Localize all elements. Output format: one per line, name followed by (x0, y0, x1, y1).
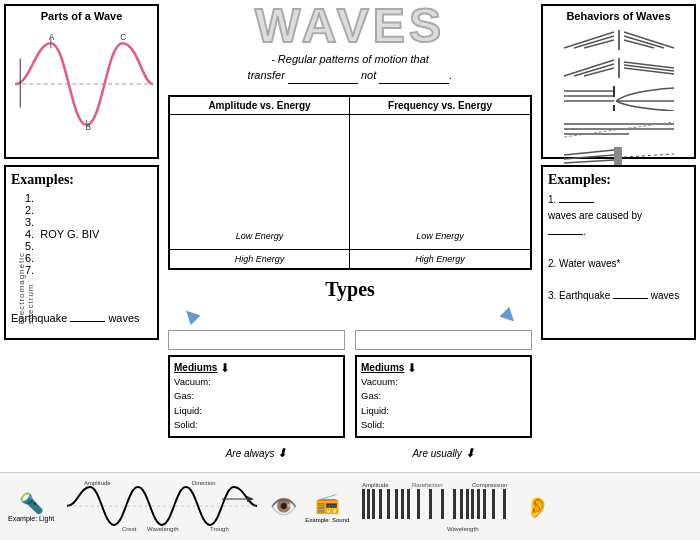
reflection-diagram (559, 30, 679, 50)
eye-icon: 👁️ (270, 494, 297, 520)
flashlight-icon: 🔦 (19, 491, 44, 515)
svg-rect-59 (477, 489, 480, 519)
transfer-label: transfer (248, 69, 285, 81)
list-item: 1. (25, 192, 152, 204)
list-item: Vacuum: (174, 375, 339, 389)
svg-rect-47 (379, 489, 382, 519)
svg-rect-51 (407, 489, 410, 519)
right-example-1: 1. waves are caused by . (548, 192, 689, 240)
left-medium-box: Mediums ⬇ Vacuum: Gas: Liquid: Solid: (168, 355, 345, 438)
list-item: Liquid: (174, 404, 339, 418)
not-label: not (361, 69, 376, 81)
svg-line-16 (564, 60, 614, 76)
list-item: Liquid: (361, 404, 526, 418)
left-examples-list: 1. 2. 3. 4. ROY G. BIV 5. 6. 7. (25, 192, 152, 276)
list-item: Solid: (174, 418, 339, 432)
right-medium-title: Mediums (361, 362, 404, 373)
subtitle: - Regular patterns of motion that transf… (170, 52, 530, 84)
list-item: Solid: (361, 418, 526, 432)
bottom-strip: 🔦 Example: Light Amplitude Crest Directi… (0, 472, 700, 540)
interference-diagram (559, 119, 679, 139)
right-examples-content: 1. waves are caused by . 2. Water waves*… (548, 192, 689, 304)
svg-rect-46 (372, 489, 375, 519)
left-examples-box: Examples: Electromagnetic spectrum 1. 2.… (4, 165, 159, 340)
frequency-low-cell: Low Energy (350, 115, 530, 249)
svg-line-33 (564, 160, 614, 163)
svg-text:C: C (120, 33, 126, 42)
em-spectrum-label: Electromagnetic spectrum (17, 252, 35, 324)
amplitude-low-label: Low Energy (170, 231, 349, 241)
wave-diagram: A C B (10, 24, 153, 134)
types-section: Types ▶ ▶ Mediums ⬇ Vacuum: Gas: Liquid: (168, 278, 532, 460)
list-item: Gas: (361, 389, 526, 403)
svg-rect-58 (471, 489, 474, 519)
light-example: 🔦 Example: Light (8, 491, 54, 522)
svg-rect-44 (362, 489, 365, 519)
svg-line-32 (564, 155, 614, 159)
left-medium-content: Vacuum: Gas: Liquid: Solid: (174, 375, 339, 432)
subtitle-text: - Regular patterns of motion that (271, 53, 429, 65)
list-item: 4. ROY G. BIV (25, 228, 152, 240)
svg-line-35 (624, 154, 674, 157)
types-title: Types (168, 278, 532, 301)
svg-rect-52 (417, 489, 420, 519)
energy-comparison-grid: Amplitude vs. Energy Frequency vs. Energ… (168, 95, 532, 270)
right-examples-title: Examples: (548, 172, 689, 188)
list-item: Gas: (174, 389, 339, 403)
svg-rect-49 (395, 489, 398, 519)
svg-rect-61 (492, 489, 495, 519)
longitudinal-wave-svg: Amplitude Rarefaction Wavelength Compres… (357, 479, 517, 534)
ear-icon: 👂 (525, 495, 550, 519)
blank-waves (559, 202, 594, 203)
left-arrow-icon: ▶ (177, 303, 202, 328)
right-medium-box: Mediums ⬇ Vacuum: Gas: Liquid: Solid: (355, 355, 532, 438)
list-item: 7. (25, 264, 152, 276)
behaviors-title: Behaviors of Waves (547, 10, 690, 22)
svg-text:Amplitude: Amplitude (362, 482, 389, 488)
radio-icon: 📻 (315, 491, 340, 515)
amplitude-low-cell: Low Energy (170, 115, 350, 249)
left-medium-title: Mediums (174, 362, 217, 373)
footer-labels: Are always ⬇ Are usually ⬇ (168, 442, 532, 460)
diffraction-diagram (559, 86, 679, 111)
svg-line-19 (624, 62, 674, 68)
transverse-wave-svg: Amplitude Crest Direction Wavelength Tro… (62, 479, 262, 534)
list-item: 5. (25, 240, 152, 252)
right-examples-box: Examples: 1. waves are caused by . 2. Wa… (541, 165, 696, 340)
svg-line-20 (624, 65, 674, 71)
transverse-label-box (168, 330, 345, 350)
list-item: 6. (25, 252, 152, 264)
svg-rect-34 (614, 147, 622, 167)
svg-text:Rarefaction: Rarefaction (412, 482, 443, 488)
right-example-2: 2. Water waves* (548, 256, 689, 272)
svg-rect-48 (387, 489, 390, 519)
page-title: WAVES (200, 2, 500, 50)
down-arrow-icon: ⬇ (465, 446, 475, 460)
sound-label: Example: Sound (305, 517, 349, 523)
right-medium-content: Vacuum: Gas: Liquid: Solid: (361, 375, 526, 432)
svg-text:Wavelength: Wavelength (147, 526, 178, 532)
svg-text:Crest: Crest (122, 526, 137, 532)
blank-cause (548, 234, 583, 235)
svg-text:A: A (49, 33, 55, 42)
list-item: 3. (25, 216, 152, 228)
svg-rect-62 (503, 489, 506, 519)
right-arrow-icon: ▶ (497, 303, 522, 328)
svg-text:Trough: Trough (210, 526, 229, 532)
parts-of-wave-box: Parts of a Wave A C B (4, 4, 159, 159)
amplitude-high-label: High Energy (170, 249, 350, 268)
refraction-diagram (559, 58, 679, 78)
svg-rect-55 (453, 489, 456, 519)
right-footer-label: Are usually ⬇ (355, 446, 532, 460)
not-blank (379, 67, 449, 83)
svg-rect-54 (441, 489, 444, 519)
svg-text:Direction: Direction (192, 480, 216, 486)
longitudinal-label-box (355, 330, 532, 350)
svg-text:Compression: Compression (472, 482, 507, 488)
transfer-blank (288, 67, 358, 83)
right-example-3: 3. Earthquake waves (548, 288, 689, 304)
down-arrow-icon-left: ⬇ (220, 361, 230, 375)
list-item: Vacuum: (361, 375, 526, 389)
down-arrow-icon-right: ⬇ (407, 361, 417, 375)
svg-line-21 (624, 68, 674, 74)
